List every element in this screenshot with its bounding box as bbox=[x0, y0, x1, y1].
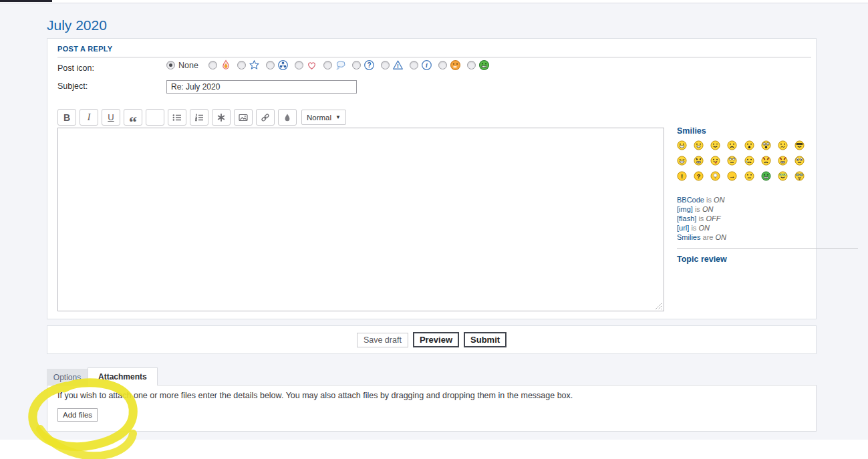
smirk-smiley-icon bbox=[450, 59, 461, 71]
subject-label: Subject: bbox=[57, 82, 88, 91]
smiley-twisted[interactable] bbox=[778, 156, 788, 166]
bold-button[interactable]: B bbox=[57, 109, 76, 126]
thought-bubble-icon bbox=[335, 59, 346, 71]
bbcode-state: ON bbox=[714, 196, 725, 204]
radio-unselected[interactable] bbox=[467, 61, 476, 69]
smiley-embarrassed[interactable] bbox=[794, 156, 805, 166]
smiley-rolleyes[interactable] bbox=[727, 156, 737, 166]
smiley-wink[interactable] bbox=[710, 140, 720, 150]
smiley-arrow[interactable]: → bbox=[727, 171, 737, 181]
image-button[interactable] bbox=[234, 109, 253, 126]
top-strip bbox=[0, 0, 868, 3]
subject-input[interactable] bbox=[166, 80, 357, 94]
smiley-smile[interactable] bbox=[694, 140, 704, 150]
post-icon-option[interactable]: i bbox=[410, 59, 432, 71]
code-button[interactable] bbox=[146, 109, 164, 126]
smiley-neutral[interactable] bbox=[744, 171, 754, 181]
preview-button[interactable]: Preview bbox=[413, 332, 459, 347]
post-icon-option[interactable] bbox=[323, 59, 346, 71]
topic-review-link[interactable]: Topic review bbox=[677, 255, 727, 264]
bbcode-status-line: [flash] is OFF bbox=[677, 214, 811, 223]
link-button[interactable] bbox=[256, 109, 275, 126]
italic-button[interactable]: I bbox=[80, 109, 98, 126]
radio-unselected[interactable] bbox=[208, 61, 217, 69]
smiley-question[interactable]: ? bbox=[694, 171, 704, 181]
underline-button[interactable]: U bbox=[102, 109, 120, 126]
tab-attachments[interactable]: Attachments bbox=[88, 367, 158, 386]
radio-unselected[interactable] bbox=[237, 61, 246, 69]
list-numbered-button[interactable] bbox=[190, 109, 208, 126]
post-icon-option[interactable] bbox=[438, 59, 461, 71]
post-icon-none-option[interactable]: None bbox=[166, 61, 202, 70]
radio-unselected[interactable] bbox=[266, 61, 275, 69]
tab-options[interactable]: Options bbox=[47, 369, 88, 386]
bbcode-state: OFF bbox=[706, 214, 720, 222]
warning-icon: ! bbox=[392, 59, 404, 71]
smilies-title: Smilies bbox=[677, 126, 811, 136]
smiley-shocked[interactable] bbox=[761, 140, 771, 150]
post-icon-option[interactable]: ! bbox=[381, 59, 404, 71]
bbcode-status-line: BBCode is ON bbox=[677, 195, 811, 204]
bbcode-link[interactable]: [url] bbox=[677, 224, 689, 232]
heart-icon bbox=[306, 59, 317, 71]
green-grin-icon bbox=[478, 59, 490, 71]
bbcode-link[interactable]: Smilies bbox=[677, 233, 700, 241]
save-draft-button[interactable]: Save draft bbox=[357, 333, 408, 347]
smiley-mad[interactable] bbox=[694, 156, 704, 166]
radio-unselected[interactable] bbox=[323, 61, 332, 69]
radio-unselected[interactable] bbox=[438, 61, 447, 69]
bbcode-link[interactable]: BBCode bbox=[677, 196, 704, 204]
radio-unselected[interactable] bbox=[381, 61, 390, 69]
post-icon-option[interactable]: ? bbox=[352, 59, 375, 71]
top-left-dark-bar bbox=[0, 0, 52, 2]
smiley-surprised[interactable] bbox=[744, 140, 754, 150]
bbcode-link[interactable]: [img] bbox=[677, 205, 693, 213]
editor-toolbar: BIU“Normal▼ bbox=[57, 109, 346, 126]
list-numbered-icon bbox=[194, 113, 204, 122]
smiley-exclamation[interactable]: ! bbox=[677, 171, 687, 181]
bbcode-state: ON bbox=[698, 224, 710, 232]
info-icon: i bbox=[421, 59, 432, 71]
smiley-razz[interactable] bbox=[710, 156, 720, 166]
tab-options-label: Options bbox=[53, 373, 81, 382]
smiley-very-happy[interactable] bbox=[677, 140, 687, 150]
post-icon-option[interactable] bbox=[266, 59, 289, 71]
svg-text:→: → bbox=[729, 173, 735, 180]
radio-unselected[interactable] bbox=[352, 61, 361, 69]
add-files-button[interactable]: Add files bbox=[57, 408, 98, 422]
smiley-evil[interactable] bbox=[761, 156, 771, 166]
post-icon-option[interactable] bbox=[237, 59, 260, 71]
bbcode-status-line: [url] is ON bbox=[677, 223, 811, 233]
svg-text:!: ! bbox=[397, 63, 399, 69]
quote-button[interactable]: “ bbox=[124, 109, 142, 126]
smiley-idea[interactable] bbox=[710, 171, 720, 181]
text-color-button[interactable] bbox=[278, 109, 297, 126]
font-size-select[interactable]: Normal▼ bbox=[301, 110, 346, 125]
post-icon-option[interactable] bbox=[295, 59, 317, 71]
smiley-crying[interactable] bbox=[744, 156, 754, 166]
smiley-sad[interactable] bbox=[727, 140, 737, 150]
smiley-uber-geek[interactable] bbox=[794, 171, 805, 181]
smiley-laughing[interactable] bbox=[677, 156, 687, 166]
smiley-confused[interactable] bbox=[778, 140, 788, 150]
bbcode-status: BBCode is ON[img] is ON[flash] is OFF[ur… bbox=[677, 195, 811, 242]
attachments-info-text: If you wish to attach one or more files … bbox=[57, 391, 573, 400]
svg-text:?: ? bbox=[697, 173, 701, 180]
radio-unselected[interactable] bbox=[410, 61, 418, 69]
textarea-resize-handle[interactable] bbox=[654, 302, 662, 310]
svg-text:!: ! bbox=[681, 173, 683, 180]
smiley-geek[interactable] bbox=[778, 171, 788, 181]
list-bullet-button[interactable] bbox=[168, 109, 186, 126]
image-icon bbox=[239, 113, 248, 122]
message-textarea[interactable] bbox=[57, 128, 664, 311]
post-icon-option[interactable] bbox=[208, 59, 231, 71]
post-icon-option[interactable] bbox=[467, 59, 490, 71]
list-item-button[interactable] bbox=[212, 109, 231, 126]
submit-button[interactable]: Submit bbox=[464, 332, 507, 347]
bbcode-link[interactable]: [flash] bbox=[677, 214, 696, 222]
smiley-mr-green[interactable] bbox=[761, 171, 771, 181]
radiation-icon bbox=[277, 59, 289, 71]
radio-selected[interactable] bbox=[166, 61, 175, 69]
radio-unselected[interactable] bbox=[295, 61, 303, 69]
smiley-cool[interactable] bbox=[794, 140, 805, 150]
